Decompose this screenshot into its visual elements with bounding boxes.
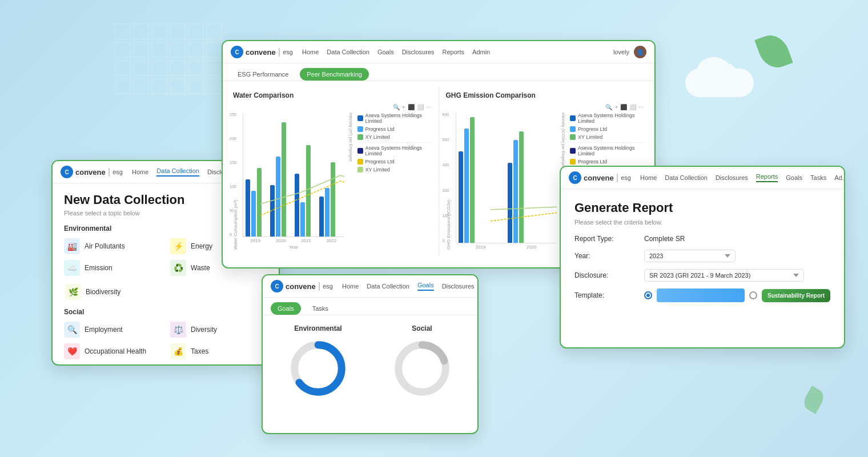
bar-2020-progress xyxy=(276,157,280,236)
bar-group-2019 xyxy=(246,168,268,236)
background-grid xyxy=(114,23,217,114)
bar-2020-aseva xyxy=(270,185,275,236)
expand-icon[interactable]: ⬜ xyxy=(417,104,424,110)
diversity-item[interactable]: ⚖️ Diversity xyxy=(170,322,267,338)
legend-aseva: Aseva Systems Holdings Limited xyxy=(357,113,432,124)
nav-right: lovely 👤 xyxy=(613,46,646,58)
report-type-value: Complete SR xyxy=(644,235,830,243)
employment-item[interactable]: 🔍 Employment xyxy=(64,322,161,338)
ghg-zoom-icon[interactable]: 🔍 xyxy=(605,104,612,110)
logo-text-b: convene xyxy=(246,48,276,57)
tab-tasks[interactable]: Tasks xyxy=(306,302,335,315)
social-donut-label: Social xyxy=(412,324,432,332)
legend-label-progress: Progress Ltd xyxy=(365,126,395,132)
occupational-health-item[interactable]: ❤️ Occupational Health xyxy=(64,343,161,359)
bar-2019-progress xyxy=(251,191,256,236)
ghg-bar-2019-aseva xyxy=(459,151,463,243)
taxes-icon: 💰 xyxy=(170,343,186,359)
background-leaf xyxy=(754,30,793,72)
bar-group-2022 xyxy=(319,162,341,236)
nav-r-disclosures[interactable]: Disclosures xyxy=(716,174,748,181)
ghg-legend-aseva: Aseva Systems Holdings Limited xyxy=(570,113,644,124)
nav-r-home[interactable]: Home xyxy=(640,174,657,181)
water-x-title: Year xyxy=(243,244,344,250)
nav-g-disclosures[interactable]: Disclosures xyxy=(442,283,475,290)
nav-r-datacollection[interactable]: Data Collection xyxy=(665,174,708,181)
ghg-more-icon[interactable]: ⋯ xyxy=(638,104,644,110)
nav-b-datacollection[interactable]: Data Collection xyxy=(327,49,369,55)
template-radio-2[interactable] xyxy=(749,291,757,299)
ghg-x-axis: 20192020 xyxy=(456,244,557,250)
add-icon[interactable]: + xyxy=(402,104,405,110)
tab-peer-benchmarking[interactable]: Peer Benchmarking xyxy=(300,68,369,81)
ghg-add-icon[interactable]: + xyxy=(614,104,618,110)
ghg-bar-group-2019 xyxy=(459,117,505,243)
ghg-expand-icon[interactable]: ⬜ xyxy=(629,104,636,110)
water-toolbar: 🔍 + ⬛ ⬜ ⋯ xyxy=(233,104,432,110)
ghg-legend-label-aseva2: Aseva Systems Holdings Limited xyxy=(578,145,644,157)
nav-item-home[interactable]: Home xyxy=(132,169,148,175)
logo-divider-r: | xyxy=(616,173,618,183)
social-donut-container: Social xyxy=(391,324,453,400)
nav-g-goals[interactable]: Goals xyxy=(417,282,434,291)
nav-r-reports[interactable]: Reports xyxy=(756,173,778,182)
ghg-bar-group-2020 xyxy=(508,131,554,243)
chart-divider xyxy=(439,87,439,256)
ghg-legend-xy: XY Limited xyxy=(570,134,644,140)
nav-g-home[interactable]: Home xyxy=(342,283,359,290)
occupational-health-label: Occupational Health xyxy=(85,347,146,355)
emission-item[interactable]: ☁️ Emission xyxy=(64,260,161,276)
ghg-bar-2020-aseva xyxy=(508,163,512,243)
ghg-legend-label-aseva: Aseva Systems Holdings Limited xyxy=(578,113,644,124)
ghg-legend-label-xy: XY Limited xyxy=(578,134,602,140)
emission-label: Emission xyxy=(85,264,112,272)
ghg-chart-title: GHG Emission Comparison xyxy=(446,91,645,99)
goals-card: C convene | esg Home Data Collection Goa… xyxy=(262,274,479,434)
waste-label: Waste xyxy=(191,264,210,272)
biodiversity-item[interactable]: 🌿 Biodiversity xyxy=(65,284,267,300)
logo-text-r: convene xyxy=(584,174,614,182)
water-chart-main: 250200150100500 xyxy=(243,113,344,250)
user-avatar: 👤 xyxy=(634,46,646,58)
nav-r-admin[interactable]: Ad... xyxy=(834,174,845,181)
nav-r-tasks[interactable]: Tasks xyxy=(810,174,826,181)
disclosure-select[interactable]: SR 2023 (GRI 2021 - 9 March 2023) xyxy=(644,269,804,282)
occupational-health-icon: ❤️ xyxy=(64,343,80,359)
nav-g-datacollection[interactable]: Data Collection xyxy=(367,283,409,290)
nav-b-disclosures[interactable]: Disclosures xyxy=(402,49,435,55)
nav-b-reports[interactable]: Reports xyxy=(443,49,465,55)
nav-item-data-collection[interactable]: Data Collection xyxy=(156,167,199,177)
template-bar xyxy=(657,288,745,302)
social-grid: 🔍 Employment ⚖️ Diversity ❤️ Occupationa… xyxy=(64,322,267,359)
legend-xy2: XY Limited xyxy=(357,167,432,173)
download-icon[interactable]: ⬛ xyxy=(408,104,415,110)
sustainability-badge: Sustainability Report xyxy=(762,289,830,302)
more-icon[interactable]: ⋯ xyxy=(426,104,432,110)
bar-2021-xy xyxy=(306,145,311,236)
ghg-download-icon[interactable]: ⬛ xyxy=(620,104,627,110)
benchmarking-nav-items: Home Data Collection Goals Disclosures R… xyxy=(302,49,490,55)
nav-b-admin[interactable]: Admin xyxy=(472,49,490,55)
taxes-item[interactable]: 💰 Taxes xyxy=(170,343,267,359)
nav-b-goals[interactable]: Goals xyxy=(377,49,394,55)
year-select[interactable]: 2021 2022 2023 2024 xyxy=(644,250,736,262)
logo-divider-g: | xyxy=(318,281,320,291)
benchmarking-tab-bar: ESG Performance Peer Benchmarking xyxy=(223,63,654,81)
ghg-legend-aseva2: Aseva Systems Holdings Limited xyxy=(570,145,644,157)
tab-esg-performance[interactable]: ESG Performance xyxy=(231,68,295,81)
zoom-icon[interactable]: 🔍 xyxy=(393,104,400,110)
report-type-row: Report Type: Complete SR xyxy=(574,235,830,243)
ghg-bar-2020-xy xyxy=(519,131,524,243)
water-legend: Aseva Systems Holdings Limited Progress … xyxy=(357,113,432,250)
tab-goals[interactable]: Goals xyxy=(271,302,301,315)
ghg-legend-dot-aseva2 xyxy=(570,148,576,154)
legend-progress: Progress Ltd xyxy=(357,126,432,132)
report-subtitle: Please select the criteria below. xyxy=(574,219,830,226)
nav-r-goals[interactable]: Goals xyxy=(786,174,802,181)
nav-b-home[interactable]: Home xyxy=(302,49,319,55)
template-row: Template: Sustainability Report xyxy=(574,288,830,302)
template-label: Template: xyxy=(574,291,637,299)
air-pollutants-item[interactable]: 🏭 Air Pollutants xyxy=(64,238,161,254)
legend-dot-aseva xyxy=(357,115,363,121)
template-radio-1[interactable] xyxy=(644,291,652,299)
